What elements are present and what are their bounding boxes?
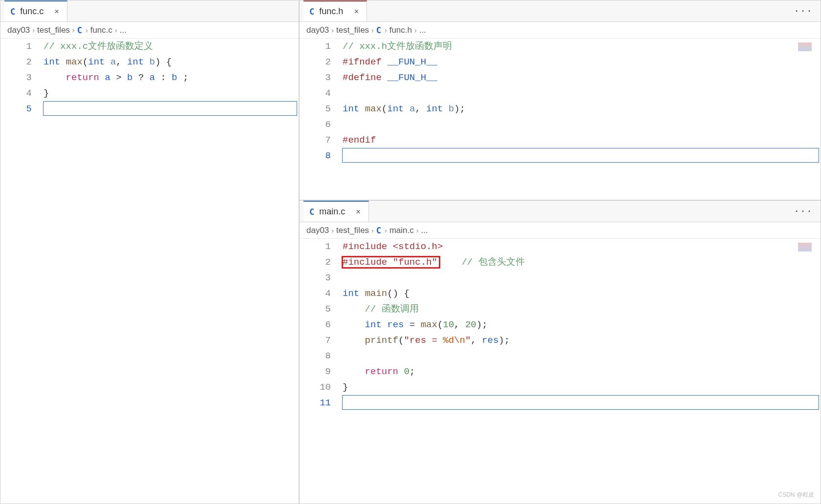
- breadcrumb-segment[interactable]: ...: [419, 25, 426, 35]
- code-line[interactable]: 6 int res = max(10, 20);: [300, 317, 821, 333]
- minimap[interactable]: [798, 42, 812, 51]
- tab-main-c[interactable]: C main.c ×: [303, 201, 369, 222]
- breadcrumb-segment[interactable]: test_files: [336, 25, 369, 35]
- breadcrumb-segment[interactable]: day03: [7, 25, 30, 35]
- close-icon[interactable]: ×: [352, 7, 361, 16]
- code-content[interactable]: #include <stdio.h>: [343, 239, 821, 254]
- pane-main-c: C main.c × ··· day03›test_files›C›main.c…: [299, 200, 821, 504]
- code-content[interactable]: [343, 348, 821, 364]
- tab-func-c[interactable]: C func.c ×: [4, 0, 67, 21]
- code-line[interactable]: 2int max(int a, int b) {: [0, 54, 299, 70]
- watermark: CSDN @程皮: [778, 491, 814, 499]
- tab-func-h[interactable]: C func.h ×: [303, 0, 367, 21]
- tab-label: main.c: [319, 207, 345, 217]
- code-content[interactable]: }: [343, 379, 821, 395]
- close-icon[interactable]: ×: [52, 7, 61, 16]
- c-file-icon: C: [309, 207, 314, 217]
- code-area-main-c[interactable]: 1#include <stdio.h>2#include "func.h" //…: [300, 239, 821, 504]
- code-content[interactable]: [43, 101, 299, 117]
- code-line[interactable]: 4: [300, 85, 821, 101]
- line-number: 1: [300, 239, 343, 254]
- code-content[interactable]: #ifndef __FUN_H__: [343, 54, 821, 70]
- code-content[interactable]: #endif: [343, 132, 821, 148]
- code-content[interactable]: printf("res = %d\n", res);: [343, 333, 821, 348]
- code-line[interactable]: 5int max(int a, int b);: [300, 101, 821, 117]
- code-content[interactable]: }: [43, 85, 299, 101]
- code-content[interactable]: int max(int a, int b);: [343, 101, 821, 117]
- code-content[interactable]: #define __FUN_H__: [343, 70, 821, 85]
- cursor-line-highlight: [343, 148, 819, 162]
- minimap[interactable]: [798, 243, 812, 252]
- code-line[interactable]: 9 return 0;: [300, 364, 821, 379]
- code-line[interactable]: 4}: [0, 85, 299, 101]
- breadcrumb-segment[interactable]: day03: [306, 25, 329, 35]
- code-line[interactable]: 8: [300, 148, 821, 164]
- breadcrumb-segment[interactable]: func.c: [90, 25, 112, 35]
- code-content[interactable]: // 函数调用: [343, 301, 821, 317]
- code-content[interactable]: [343, 85, 821, 101]
- code-line[interactable]: 1// xxx.c文件放函数定义: [0, 39, 299, 54]
- code-line[interactable]: 1#include <stdio.h>: [300, 239, 821, 254]
- cursor-line-highlight: [43, 102, 297, 115]
- code-line[interactable]: 4int main() {: [300, 286, 821, 301]
- code-content[interactable]: [343, 117, 821, 132]
- code-area-func-h[interactable]: 1// xxx.h文件放函数声明2#ifndef __FUN_H__3#defi…: [300, 39, 821, 200]
- line-number: 5: [300, 301, 343, 317]
- breadcrumb-segment[interactable]: func.h: [389, 25, 412, 35]
- tabbar-func-c: C func.c ×: [0, 0, 299, 22]
- code-content[interactable]: int main() {: [343, 286, 821, 301]
- more-icon[interactable]: ···: [794, 206, 813, 217]
- breadcrumb-segment[interactable]: main.c: [389, 226, 414, 235]
- line-number: 4: [300, 85, 343, 101]
- c-file-icon: C: [376, 25, 382, 35]
- code-content[interactable]: int max(int a, int b) {: [43, 54, 299, 70]
- code-content[interactable]: int res = max(10, 20);: [343, 317, 821, 333]
- breadcrumb-segment[interactable]: day03: [306, 226, 329, 235]
- code-line[interactable]: 11: [300, 395, 821, 411]
- breadcrumb-segment[interactable]: ...: [421, 226, 428, 235]
- code-content[interactable]: // xxx.c文件放函数定义: [43, 39, 299, 54]
- chevron-right-icon: ›: [31, 26, 36, 34]
- more-icon[interactable]: ···: [794, 5, 813, 17]
- breadcrumb-segment[interactable]: ...: [120, 25, 127, 35]
- close-icon[interactable]: ×: [354, 208, 363, 216]
- line-number: 5: [0, 101, 43, 117]
- tab-label: func.c: [20, 6, 43, 17]
- chevron-right-icon: ›: [370, 227, 375, 234]
- breadcrumb-func-h[interactable]: day03›test_files›C›func.h›...: [300, 22, 821, 39]
- code-line[interactable]: 3 return a > b ? a : b ;: [0, 70, 299, 85]
- code-line[interactable]: 1// xxx.h文件放函数声明: [300, 39, 821, 54]
- breadcrumb-segment[interactable]: test_files: [37, 25, 70, 35]
- line-number: 1: [300, 39, 343, 54]
- line-number: 7: [300, 333, 343, 348]
- line-number: 8: [300, 348, 343, 364]
- line-number: 3: [0, 70, 43, 85]
- line-number: 6: [300, 117, 343, 132]
- line-number: 2: [300, 54, 343, 70]
- breadcrumb-func-c[interactable]: day03›test_files›C›func.c›...: [0, 22, 299, 39]
- line-number: 6: [300, 317, 343, 333]
- code-content[interactable]: // xxx.h文件放函数声明: [343, 39, 821, 54]
- code-content[interactable]: [343, 270, 821, 286]
- line-number: 2: [0, 54, 43, 70]
- breadcrumb-main-c[interactable]: day03›test_files›C›main.c›...: [300, 222, 821, 239]
- code-line[interactable]: 3: [300, 270, 821, 286]
- code-line[interactable]: 2#include "func.h" // 包含头文件: [300, 254, 821, 270]
- code-content[interactable]: return 0;: [343, 364, 821, 379]
- code-line[interactable]: 8: [300, 348, 821, 364]
- code-line[interactable]: 10}: [300, 379, 821, 395]
- code-line[interactable]: 2#ifndef __FUN_H__: [300, 54, 821, 70]
- code-line[interactable]: 7#endif: [300, 132, 821, 148]
- code-content[interactable]: [343, 395, 821, 411]
- code-line[interactable]: 5 // 函数调用: [300, 301, 821, 317]
- code-content[interactable]: [343, 148, 821, 164]
- code-area-func-c[interactable]: 1// xxx.c文件放函数定义2int max(int a, int b) {…: [0, 39, 299, 504]
- tabbar-func-h: C func.h × ···: [300, 0, 821, 22]
- code-line[interactable]: 3#define __FUN_H__: [300, 70, 821, 85]
- code-line[interactable]: 7 printf("res = %d\n", res);: [300, 333, 821, 348]
- code-line[interactable]: 5: [0, 101, 299, 117]
- code-content[interactable]: return a > b ? a : b ;: [43, 70, 299, 85]
- breadcrumb-segment[interactable]: test_files: [336, 226, 369, 235]
- code-line[interactable]: 6: [300, 117, 821, 132]
- code-content[interactable]: #include "func.h" // 包含头文件: [343, 254, 821, 270]
